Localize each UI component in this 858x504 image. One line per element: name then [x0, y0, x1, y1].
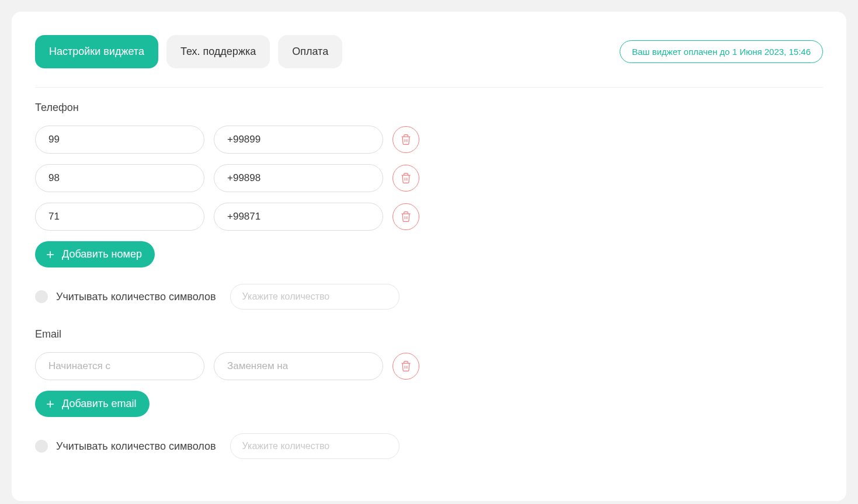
- phone-count-label: Учитывать количество символов: [56, 291, 216, 303]
- trash-icon: [400, 211, 412, 223]
- phone-number-input-2[interactable]: [214, 203, 383, 231]
- email-count-label: Учитывать количество символов: [56, 440, 216, 453]
- tab-support[interactable]: Тех. поддержка: [166, 35, 270, 68]
- delete-phone-button-2[interactable]: [392, 203, 419, 230]
- phone-count-row: Учитывать количество символов: [35, 284, 823, 310]
- phone-number-input-0[interactable]: [214, 126, 383, 154]
- tabs: Настройки виджета Тех. поддержка Оплата: [35, 35, 342, 68]
- email-row-0: [35, 352, 823, 380]
- tab-widget-settings[interactable]: Настройки виджета: [35, 35, 158, 68]
- phone-row-0: [35, 126, 823, 154]
- email-count-input[interactable]: [230, 433, 400, 459]
- add-phone-label: Добавить номер: [62, 248, 142, 260]
- status-badge: Ваш виджет оплачен до 1 Июня 2023, 15:46: [620, 40, 823, 63]
- phone-section-label: Телефон: [35, 102, 823, 114]
- email-count-row: Учитывать количество символов: [35, 433, 823, 459]
- settings-card: Настройки виджета Тех. поддержка Оплата …: [12, 12, 846, 501]
- delete-phone-button-1[interactable]: [392, 165, 419, 192]
- trash-icon: [400, 360, 412, 372]
- tab-payment[interactable]: Оплата: [278, 35, 342, 68]
- trash-icon: [400, 134, 412, 145]
- delete-email-button-0[interactable]: [392, 353, 419, 380]
- phone-number-input-1[interactable]: [214, 164, 383, 192]
- phone-code-input-1[interactable]: [35, 164, 204, 192]
- phone-row-1: [35, 164, 823, 192]
- header-row: Настройки виджета Тех. поддержка Оплата …: [35, 35, 823, 88]
- plus-icon: [44, 249, 56, 260]
- email-section-label: Email: [35, 328, 823, 340]
- add-email-button[interactable]: Добавить email: [35, 391, 150, 417]
- email-count-checkbox[interactable]: [35, 440, 48, 453]
- email-starts-input[interactable]: [35, 352, 204, 380]
- phone-code-input-2[interactable]: [35, 203, 204, 231]
- trash-icon: [400, 172, 412, 184]
- plus-icon: [44, 398, 56, 410]
- phone-count-input[interactable]: [230, 284, 400, 310]
- add-phone-button[interactable]: Добавить номер: [35, 241, 155, 267]
- phone-count-checkbox[interactable]: [35, 290, 48, 303]
- add-email-label: Добавить email: [62, 398, 137, 410]
- email-replace-input[interactable]: [214, 352, 383, 380]
- phone-code-input-0[interactable]: [35, 126, 204, 154]
- delete-phone-button-0[interactable]: [392, 126, 419, 153]
- phone-row-2: [35, 203, 823, 231]
